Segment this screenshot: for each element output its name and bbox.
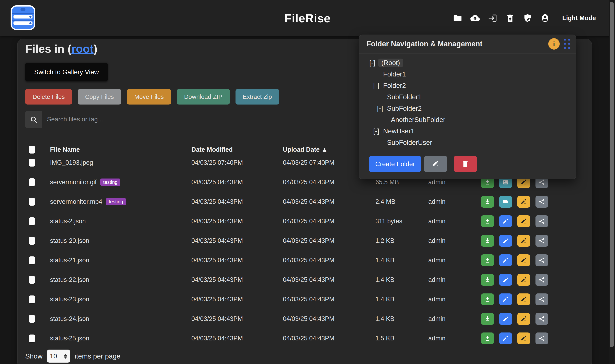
row-checkbox[interactable] xyxy=(29,198,35,206)
share-icon xyxy=(538,276,545,283)
download-button[interactable] xyxy=(481,293,494,305)
preview-button[interactable] xyxy=(499,254,512,266)
table-row: status-24.json 04/03/25 04:43PM 04/03/25… xyxy=(17,309,592,329)
download-button[interactable] xyxy=(481,254,494,266)
folder-tree-item[interactable]: Folder1 xyxy=(359,68,576,80)
light-mode-toggle[interactable]: Light Mode xyxy=(562,14,596,22)
column-header-upload-date[interactable]: Upload Date ▲ xyxy=(283,146,328,153)
drag-handle-icon[interactable] xyxy=(564,39,570,49)
preview-button[interactable] xyxy=(499,313,512,325)
share-button[interactable] xyxy=(536,293,548,305)
rename-button[interactable] xyxy=(517,254,530,266)
row-checkbox[interactable] xyxy=(29,178,35,186)
rename-button[interactable] xyxy=(517,332,530,344)
tree-toggle[interactable]: [-] xyxy=(369,59,378,67)
info-icon[interactable]: i xyxy=(548,38,560,50)
user-profile-icon[interactable] xyxy=(540,13,550,23)
row-checkbox[interactable] xyxy=(29,296,35,303)
preview-button[interactable] xyxy=(499,274,512,286)
share-icon xyxy=(538,218,545,225)
share-button[interactable] xyxy=(536,332,548,344)
row-checkbox[interactable] xyxy=(29,256,35,264)
row-checkbox[interactable] xyxy=(29,335,35,342)
row-checkbox[interactable] xyxy=(29,315,35,323)
tree-toggle[interactable]: [-] xyxy=(373,127,382,135)
top-bar: FileRise Light Mode xyxy=(0,0,615,36)
rename-button[interactable] xyxy=(517,196,530,208)
row-checkbox[interactable] xyxy=(29,237,35,245)
select-all-checkbox[interactable] xyxy=(29,146,35,154)
create-folder-button[interactable]: Create Folder xyxy=(369,156,421,172)
download-button[interactable] xyxy=(481,235,494,247)
cloud-upload-icon[interactable] xyxy=(471,13,480,23)
sign-out-icon[interactable] xyxy=(488,13,497,23)
share-button[interactable] xyxy=(536,215,548,227)
download-button[interactable] xyxy=(481,332,494,344)
rename-icon xyxy=(520,257,527,264)
rename-button[interactable] xyxy=(517,274,530,286)
preview-button[interactable] xyxy=(499,332,512,344)
upload-date: 04/03/25 04:43PM xyxy=(283,218,334,225)
trash-restore-icon[interactable] xyxy=(505,13,515,23)
preview-button[interactable] xyxy=(499,196,512,208)
page-title: Files in (root) xyxy=(25,42,97,55)
download-button[interactable] xyxy=(481,196,494,208)
row-checkbox[interactable] xyxy=(29,217,35,225)
scrollbar-thumb[interactable] xyxy=(610,2,614,347)
root-folder-link[interactable]: root xyxy=(71,42,93,55)
folder-tree-item[interactable]: [-] SubFolder2 xyxy=(359,103,576,114)
share-button[interactable] xyxy=(536,313,548,325)
delete-files-button[interactable]: Delete Files xyxy=(25,89,72,104)
upload-date: 04/03/25 04:43PM xyxy=(283,276,334,284)
rename-button[interactable] xyxy=(517,235,530,247)
uploader: admin xyxy=(428,179,445,186)
items-per-page-label: items per page xyxy=(75,352,120,360)
folder-tree-item[interactable]: SubFolder1 xyxy=(359,91,576,103)
preview-button[interactable] xyxy=(499,235,512,247)
copy-files-button[interactable]: Copy Files xyxy=(78,89,121,104)
row-checkbox[interactable] xyxy=(29,159,35,167)
share-button[interactable] xyxy=(536,235,548,247)
upload-date: 04/03/25 04:43PM xyxy=(283,237,334,245)
rename-folder-button[interactable] xyxy=(424,156,447,172)
rename-button[interactable] xyxy=(517,215,530,227)
tree-toggle[interactable]: [-] xyxy=(377,104,386,112)
folder-tree-item[interactable]: AnotherSubFolder xyxy=(359,114,576,126)
folder-tree-item[interactable]: SubFolderUser xyxy=(359,137,576,148)
folder-tree-item[interactable]: [-] NewUser1 xyxy=(359,126,576,137)
search-input[interactable] xyxy=(42,111,332,128)
folder-name: Folder2 xyxy=(382,81,407,90)
row-checkbox[interactable] xyxy=(29,276,35,284)
date-modified: 04/03/25 04:43PM xyxy=(191,335,243,342)
delete-folder-button[interactable] xyxy=(454,156,477,172)
move-files-button[interactable]: Move Files xyxy=(127,89,171,104)
search-button[interactable] xyxy=(25,111,42,128)
switch-gallery-view-button[interactable]: Switch to Gallery View xyxy=(25,63,108,81)
extract-zip-button[interactable]: Extract Zip xyxy=(236,89,279,104)
preview-button[interactable] xyxy=(499,215,512,227)
share-button[interactable] xyxy=(536,274,548,286)
tree-toggle[interactable]: [-] xyxy=(373,82,382,90)
preview-button[interactable] xyxy=(499,293,512,305)
rename-button[interactable] xyxy=(517,293,530,305)
download-button[interactable] xyxy=(481,313,494,325)
upload-date: 04/03/25 04:43PM xyxy=(283,296,334,303)
download-icon xyxy=(484,237,491,244)
pencil-line-icon xyxy=(432,160,440,168)
folder-tree-item[interactable]: [-] (Root) xyxy=(359,57,576,68)
download-zip-button[interactable]: Download ZIP xyxy=(177,89,230,104)
rename-button[interactable] xyxy=(517,313,530,325)
download-button[interactable] xyxy=(481,215,494,227)
download-button[interactable] xyxy=(481,274,494,286)
items-per-page-select[interactable]: 10 xyxy=(47,350,70,363)
edit-file-icon xyxy=(502,296,509,303)
date-modified: 04/03/25 04:43PM xyxy=(191,237,243,245)
folder-tree-item[interactable]: [-] Folder2 xyxy=(359,80,576,91)
shield-admin-icon[interactable] xyxy=(523,13,532,23)
filerise-logo[interactable] xyxy=(10,4,36,31)
share-button[interactable] xyxy=(536,196,548,208)
column-header-date-modified[interactable]: Date Modified xyxy=(191,146,233,153)
share-button[interactable] xyxy=(536,254,548,266)
folder-icon[interactable] xyxy=(453,13,462,23)
column-header-file-name[interactable]: File Name xyxy=(50,146,80,153)
